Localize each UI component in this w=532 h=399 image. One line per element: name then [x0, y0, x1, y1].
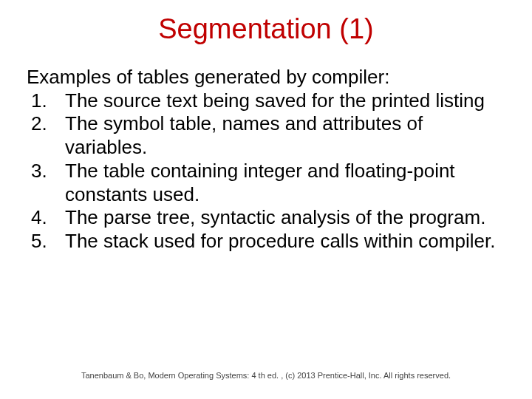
item-text: The symbol table, names and attributes o…: [65, 112, 505, 159]
item-number: 2.: [27, 112, 65, 159]
list-item: 2. The symbol table, names and attribute…: [27, 112, 505, 159]
list-item: 3. The table containing integer and floa…: [27, 160, 505, 206]
item-text: The table containing integer and floatin…: [65, 160, 505, 206]
item-number: 1.: [27, 89, 65, 113]
list-item: 4. The parse tree, syntactic analysis of…: [27, 206, 505, 230]
footer-text: Tanenbaum & Bo, Modern Operating Systems…: [0, 371, 532, 380]
list-item: 5. The stack used for procedure calls wi…: [27, 230, 505, 253]
item-number: 5.: [27, 230, 65, 253]
examples-list: 1. The source text being saved for the p…: [27, 89, 505, 253]
item-text: The source text being saved for the prin…: [65, 89, 505, 113]
list-item: 1. The source text being saved for the p…: [27, 89, 505, 113]
item-text: The stack used for procedure calls withi…: [65, 230, 505, 253]
item-number: 3.: [27, 160, 65, 206]
slide-title: Segmentation (1): [27, 13, 505, 45]
item-text: The parse tree, syntactic analysis of th…: [65, 206, 505, 230]
intro-text: Examples of tables generated by compiler…: [27, 66, 505, 89]
item-number: 4.: [27, 206, 65, 230]
